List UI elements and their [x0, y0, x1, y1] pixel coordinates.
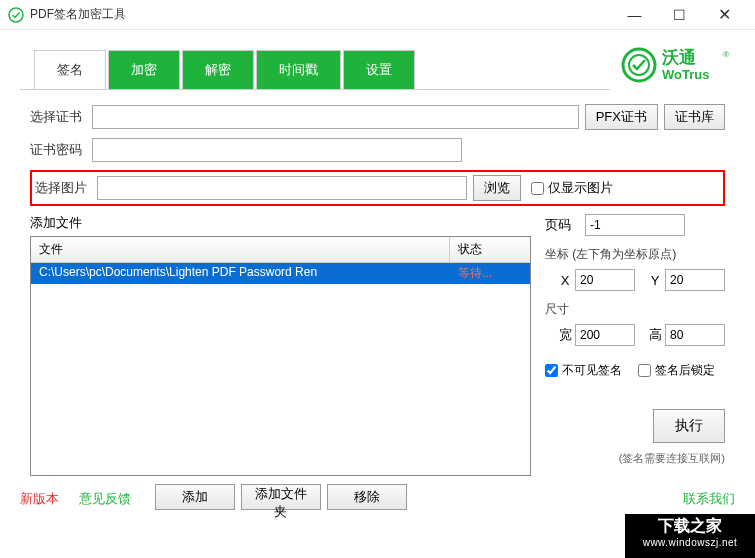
file-table: 文件 状态 C:\Users\pc\Documents\Lighten PDF … [30, 236, 531, 476]
lock-after-sig-input[interactable] [638, 364, 651, 377]
col-status[interactable]: 状态 [450, 237, 530, 262]
pwd-label: 证书密码 [30, 141, 92, 159]
side-panel: 页码 坐标 (左下角为坐标原点) X Y 尺寸 宽 高 [545, 214, 725, 510]
sig-internet-note: (签名需要连接互联网) [619, 451, 725, 466]
file-table-header: 文件 状态 [31, 237, 530, 263]
h-input[interactable] [665, 324, 725, 346]
pwd-row: 证书密码 [30, 138, 725, 162]
page-label: 页码 [545, 216, 585, 234]
tab-timestamp[interactable]: 时间戳 [256, 50, 341, 89]
maximize-button[interactable]: ☐ [657, 0, 702, 30]
only-show-image-checkbox[interactable]: 仅显示图片 [531, 179, 613, 197]
coord-label: 坐标 (左下角为坐标原点) [545, 246, 725, 263]
browse-button[interactable]: 浏览 [473, 175, 521, 201]
cert-store-button[interactable]: 证书库 [664, 104, 725, 130]
pfx-cert-button[interactable]: PFX证书 [585, 104, 658, 130]
close-button[interactable]: ✕ [702, 0, 747, 30]
tab-decrypt[interactable]: 解密 [182, 50, 254, 89]
titlebar-title: PDF签名加密工具 [30, 6, 612, 23]
y-input[interactable] [665, 269, 725, 291]
table-row[interactable]: C:\Users\pc\Documents\Lighten PDF Passwo… [31, 263, 530, 284]
cert-row: 选择证书 PFX证书 证书库 [30, 104, 725, 130]
image-label: 选择图片 [35, 179, 97, 197]
invisible-sig-input[interactable] [545, 364, 558, 377]
contact-link[interactable]: 联系我们 [683, 490, 735, 508]
pwd-input[interactable] [92, 138, 462, 162]
tabs: 签名 加密 解密 时间戳 设置 [20, 50, 610, 90]
lock-after-sig-checkbox[interactable]: 签名后锁定 [638, 362, 715, 379]
feedback-link[interactable]: 意见反馈 [79, 490, 131, 508]
file-status-cell: 等待... [450, 263, 530, 284]
footer: 新版本 意见反馈 联系我们 [20, 490, 735, 508]
watermark: 下载之家 www.windowszj.net [625, 514, 755, 558]
cert-label: 选择证书 [30, 108, 92, 126]
image-row-highlighted: 选择图片 浏览 仅显示图片 [30, 170, 725, 206]
tab-encrypt[interactable]: 加密 [108, 50, 180, 89]
cert-input[interactable] [92, 105, 579, 129]
tab-settings[interactable]: 设置 [343, 50, 415, 89]
execute-button[interactable]: 执行 [653, 409, 725, 443]
col-file[interactable]: 文件 [31, 237, 450, 262]
svg-point-0 [9, 8, 23, 22]
w-input[interactable] [575, 324, 635, 346]
x-label: X [555, 273, 575, 288]
titlebar: PDF签名加密工具 — ☐ ✕ [0, 0, 755, 30]
page-input[interactable] [585, 214, 685, 236]
y-label: Y [645, 273, 665, 288]
svg-text:®: ® [723, 50, 729, 59]
new-version-link[interactable]: 新版本 [20, 490, 59, 508]
invisible-sig-checkbox[interactable]: 不可见签名 [545, 362, 622, 379]
app-icon [8, 7, 24, 23]
image-input[interactable] [97, 176, 467, 200]
h-label: 高 [645, 326, 665, 344]
minimize-button[interactable]: — [612, 0, 657, 30]
svg-text:WoTrus: WoTrus [662, 67, 709, 82]
w-label: 宽 [555, 326, 575, 344]
add-file-label: 添加文件 [30, 214, 531, 232]
x-input[interactable] [575, 269, 635, 291]
size-label: 尺寸 [545, 301, 725, 318]
svg-text:沃通: 沃通 [661, 48, 696, 67]
tab-sign[interactable]: 签名 [34, 50, 106, 89]
wotrus-logo: 沃通 WoTrus ® [620, 45, 735, 89]
only-show-image-input[interactable] [531, 182, 544, 195]
file-path-cell: C:\Users\pc\Documents\Lighten PDF Passwo… [31, 263, 450, 284]
